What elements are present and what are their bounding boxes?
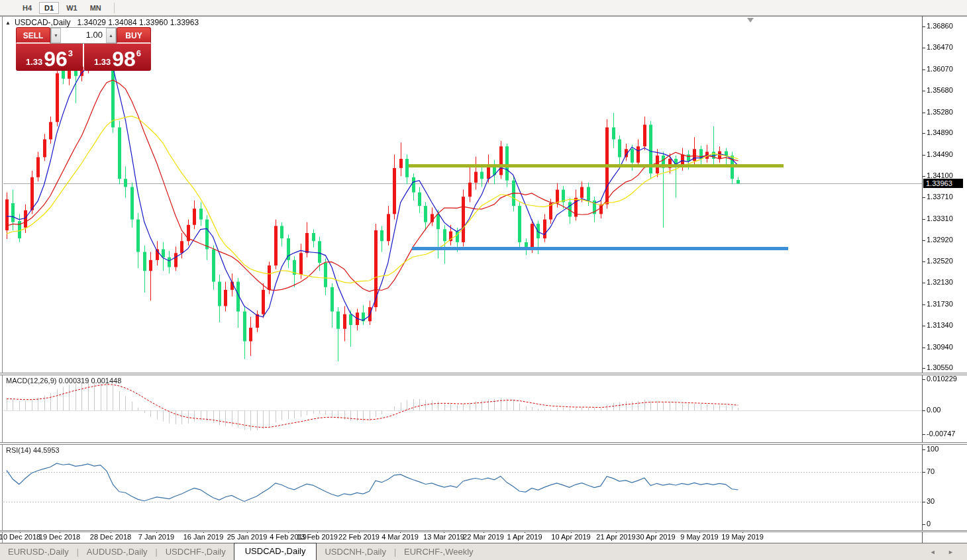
price-tick-label: 1.31340: [927, 321, 953, 329]
tab-usdchf[interactable]: USDCHF-,Daily: [158, 544, 234, 560]
date-axis-separator: [0, 530, 967, 532]
sell-button[interactable]: SELL: [16, 27, 50, 44]
price-axis-border: [922, 16, 923, 543]
price-tick-label: 1.34100: [927, 171, 953, 179]
price-tick-label: 1.32920: [927, 236, 953, 244]
price-tick-label: 1.34890: [927, 128, 953, 136]
chart-title: ▲ USDCAD-,Daily 1.34029 1.34084 1.33960 …: [5, 18, 199, 27]
tab-audusd[interactable]: AUDUSD-,Daily: [79, 544, 156, 560]
buy-price-big: 98: [112, 49, 136, 69]
rsi-tick-label: 70: [927, 467, 935, 475]
price-tick-label: 1.32520: [927, 257, 953, 265]
tab-usdcad[interactable]: USDCAD-,Daily: [234, 543, 317, 560]
tab-eurchf[interactable]: EURCHF-,Weekly: [396, 544, 482, 560]
buy-price-pipette: 6: [136, 48, 141, 58]
symbol-label: USDCAD-,Daily: [15, 18, 71, 27]
tab-eurusd[interactable]: EURUSD-,Daily: [0, 544, 77, 560]
timeframe-button-h4[interactable]: H4: [17, 2, 37, 14]
buy-price-box[interactable]: 1.33 98 6: [84, 44, 151, 71]
ohlc-values: 1.34029 1.34084 1.33960 1.33963: [77, 18, 199, 27]
price-tick-label: 1.32130: [927, 278, 953, 286]
chart-canvas[interactable]: [0, 0, 967, 560]
current-price-tag: 1.33963: [923, 179, 963, 188]
chart-tab-bar: EURUSD-,Daily|AUDUSD-,Daily|USDCHF-,Dail…: [0, 543, 967, 560]
price-tick-label: 1.30550: [927, 363, 953, 371]
collapse-arrow-icon[interactable]: ▲: [5, 20, 11, 26]
price-tick-label: 1.31730: [927, 300, 953, 308]
volume-up-icon[interactable]: ▲: [106, 28, 116, 43]
price-tick-label: 1.36470: [927, 43, 953, 51]
toolbar-separator: [114, 3, 115, 13]
window-left-border: [2, 16, 3, 543]
macd-label: MACD(12,26,9) 0.000319 0.001448: [6, 377, 121, 385]
sell-price-box[interactable]: 1.33 96 3: [16, 44, 83, 71]
price-tick-label: 1.35680: [927, 86, 953, 94]
timeframe-button-d1[interactable]: D1: [39, 2, 59, 14]
macd-pane-separator[interactable]: [0, 373, 967, 375]
rsi-tick-label: 30: [927, 497, 935, 505]
timeframe-button-mn[interactable]: MN: [85, 2, 107, 14]
buy-price-prefix: 1.33: [94, 57, 111, 67]
sell-price-pipette: 3: [68, 48, 73, 58]
price-tick-label: 1.36860: [927, 22, 953, 30]
buy-button[interactable]: BUY: [117, 27, 151, 44]
volume-stepper: ▼ 1.00 ▲: [50, 27, 117, 44]
rsi-tick-label: 0: [927, 520, 931, 528]
mt4-workspace: H4D1W1MN ▲ USDCAD-,Daily 1.34029 1.34084…: [0, 0, 967, 560]
rsi-pane-separator[interactable]: [0, 442, 967, 445]
rsi-tick-label: 100: [927, 445, 939, 453]
date-tick-label: 19 May 2019: [713, 533, 772, 541]
volume-input[interactable]: 1.00: [61, 28, 106, 43]
one-click-trade-panel: SELL ▼ 1.00 ▲ BUY 1.33 96 3 1.33 98 6: [16, 27, 151, 71]
rsi-label: RSI(14) 44.5953: [6, 446, 60, 454]
price-tick-label: 1.36070: [927, 65, 953, 73]
volume-down-icon[interactable]: ▼: [51, 28, 61, 43]
sell-price-big: 96: [44, 49, 68, 69]
price-tick-label: 1.34490: [927, 150, 953, 158]
chart-shift-marker-icon[interactable]: [747, 18, 754, 23]
timeframe-toolbar: H4D1W1MN: [0, 0, 967, 16]
timeframe-button-w1[interactable]: W1: [61, 2, 83, 14]
macd-tick-label: -0.00747: [927, 430, 955, 438]
tab-scroll-arrows[interactable]: ◄ ►: [930, 549, 967, 560]
price-tick-label: 1.35280: [927, 108, 953, 116]
price-tick-label: 1.30940: [927, 343, 953, 351]
sell-price-prefix: 1.33: [26, 57, 42, 67]
tab-usdcnh[interactable]: USDCNH-,Daily: [317, 544, 393, 560]
price-tick-label: 1.33310: [927, 214, 953, 222]
price-tick-label: 1.33710: [927, 193, 953, 201]
macd-tick-label: 0.010229: [927, 375, 957, 383]
macd-tick-label: 0.00: [927, 406, 941, 414]
